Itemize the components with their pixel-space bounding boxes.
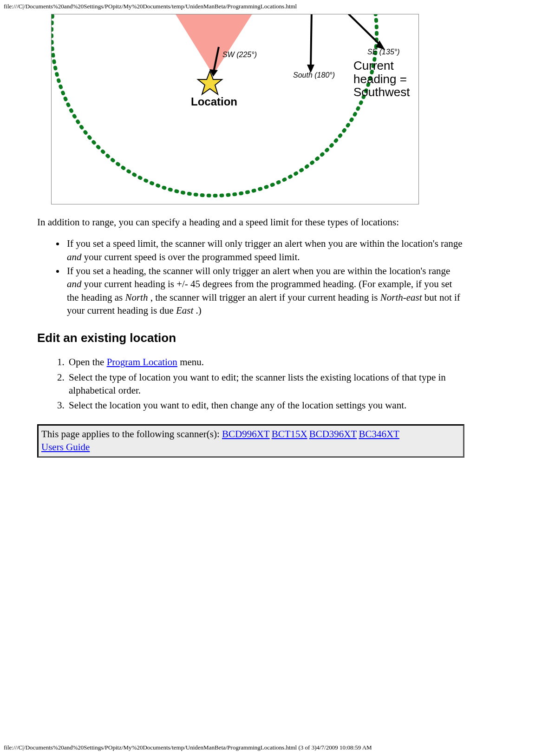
scanner-link-bcd396xt[interactable]: BCD396XT: [309, 428, 357, 440]
applies-to-box: This page applies to the following scann…: [37, 424, 464, 458]
list-item: Select the type of location you want to …: [67, 371, 464, 397]
diagram-label-sw: SW (225°): [222, 51, 257, 59]
bullet-1-em: and: [67, 251, 82, 263]
bullet-2-em-4: East: [176, 305, 193, 316]
svg-line-3: [311, 14, 312, 69]
header-file-path: file:///C|/Documents%20and%20Settings/PO…: [4, 3, 297, 10]
bullet-2-text-a: If you set a heading, the scanner will o…: [67, 265, 450, 276]
list-item: If you set a heading, the scanner will o…: [65, 264, 464, 317]
program-location-link[interactable]: Program Location: [107, 356, 177, 368]
current-heading-line-2: heading =: [353, 72, 410, 86]
section-heading-edit: Edit an existing location: [37, 331, 464, 345]
step-1-text-b: menu.: [177, 356, 204, 368]
bullet-2-em-2: North: [125, 292, 148, 303]
current-heading-line-1: Current: [353, 59, 410, 72]
current-heading-line-3: Southwest: [353, 85, 410, 99]
intro-paragraph: In addition to range, you can specify a …: [37, 216, 464, 229]
diagram-label-se: SE (135°): [367, 48, 400, 56]
list-item: If you set a speed limit, the scanner wi…: [65, 237, 464, 263]
diagram-label-location: Location: [191, 95, 237, 108]
page-content: SW (225°) South (180°) SE (135°) Locatio…: [37, 14, 464, 458]
heading-diagram: SW (225°) South (180°) SE (135°) Locatio…: [51, 14, 419, 204]
footer-file-path: file:///C|/Documents%20and%20Settings/PO…: [4, 744, 372, 751]
bullet-2-em-1: and: [67, 278, 82, 289]
bullet-2-text-c: , the scanner will trigger an alert if y…: [148, 292, 380, 303]
diagram-container: SW (225°) South (180°) SE (135°) Locatio…: [51, 14, 464, 204]
diagram-svg: [52, 14, 418, 204]
diagram-label-south: South (180°): [293, 71, 335, 79]
applies-prefix: This page applies to the following scann…: [41, 428, 222, 440]
scanner-link-bc346xt[interactable]: BC346XT: [359, 428, 399, 440]
list-item: Select the location you want to edit, th…: [67, 399, 464, 412]
steps-list: Open the Program Location menu. Select t…: [37, 355, 464, 412]
scanner-link-bcd996xt[interactable]: BCD996XT: [222, 428, 270, 440]
diagram-current-heading: Current heading = Southwest: [353, 59, 410, 99]
step-1-text-a: Open the: [69, 356, 107, 368]
bullet-list: If you set a speed limit, the scanner wi…: [37, 237, 464, 317]
bullet-2-text-e: .): [193, 305, 202, 316]
bullet-2-em-3: North-east: [380, 292, 422, 303]
users-guide-link[interactable]: Users Guide: [41, 441, 90, 453]
list-item: Open the Program Location menu.: [67, 355, 464, 368]
bullet-1-text-b: your current speed is over the programme…: [82, 251, 300, 263]
scanner-link-bct15x[interactable]: BCT15X: [272, 428, 307, 440]
bullet-1-text-a: If you set a speed limit, the scanner wi…: [67, 238, 463, 249]
svg-marker-7: [198, 71, 222, 94]
